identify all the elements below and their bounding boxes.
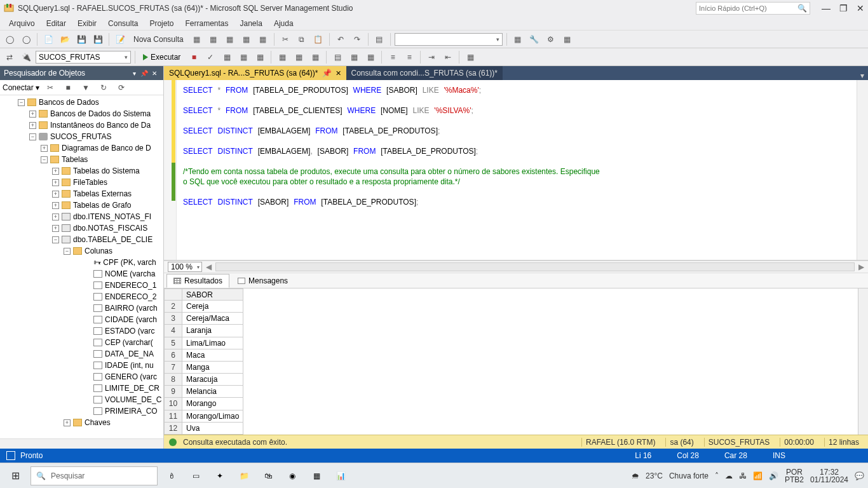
tree-item[interactable]: Bancos de Dados: [39, 98, 99, 107]
pin-icon[interactable]: 📌: [322, 69, 332, 78]
sql-editor[interactable]: SELECT * FROM [TABELA_DE_PRODUTOS] WHERE…: [164, 80, 868, 261]
expand-button[interactable]: +: [41, 145, 48, 152]
expand-button[interactable]: −: [64, 248, 71, 255]
expand-button[interactable]: −: [18, 99, 25, 106]
cell-value[interactable]: Melancia: [182, 386, 243, 398]
specify-values-button[interactable]: ▦: [463, 50, 477, 64]
cell-value[interactable]: Uva: [182, 422, 243, 434]
tree-item[interactable]: dbo.NOTAS_FISCAIS: [73, 224, 147, 233]
taskbar-candle-icon[interactable]: 🕯: [161, 466, 182, 486]
tree-item[interactable]: DATA_DE_NA: [105, 349, 154, 358]
expand-button[interactable]: +: [52, 202, 59, 209]
taskbar-powerbi-icon[interactable]: 📊: [330, 466, 351, 486]
tray-language[interactable]: PORPTB2: [785, 468, 804, 484]
editor-hscroll[interactable]: [215, 262, 855, 271]
menu-projeto[interactable]: Projeto: [144, 18, 179, 29]
menu-exibir[interactable]: Exibir: [72, 18, 102, 29]
nova-consulta-button[interactable]: Nova Consulta: [130, 34, 187, 45]
table-row[interactable]: 8Maracuja: [165, 374, 243, 386]
cell-value[interactable]: Laranja: [182, 325, 243, 337]
paste-button[interactable]: 📋: [311, 32, 325, 46]
stop-button[interactable]: ■: [187, 50, 201, 64]
tree-item[interactable]: SUCOS_FRUTAS: [50, 132, 111, 141]
tray-notifications-icon[interactable]: 💬: [855, 471, 864, 480]
tree-item[interactable]: GENERO (varc: [105, 372, 157, 381]
filter-button[interactable]: ▼: [79, 81, 93, 95]
outdent-button[interactable]: ⇤: [441, 50, 455, 64]
object-tree[interactable]: −Bancos de Dados +Bancos de Dados do Sis…: [0, 95, 163, 438]
tree-item[interactable]: VOLUME_DE_C: [105, 395, 161, 404]
tree-item[interactable]: CEP (varchar(: [105, 338, 153, 347]
menu-ferramentas[interactable]: Ferramentas: [180, 18, 233, 29]
panel-pin-button[interactable]: 📌: [139, 70, 149, 77]
tree-item[interactable]: FileTables: [73, 178, 107, 187]
minimize-button[interactable]: —: [822, 3, 831, 13]
hscroll-left[interactable]: ◀: [206, 262, 212, 271]
tree-item[interactable]: CPF (PK, varch: [103, 258, 156, 267]
tool-button-3[interactable]: ▦: [560, 32, 574, 46]
include-plan-button[interactable]: ▦: [275, 50, 289, 64]
weather-desc[interactable]: Chuva forte: [669, 471, 709, 480]
tree-item[interactable]: Tabelas do Sistema: [73, 166, 140, 175]
tray-volume-icon[interactable]: 🔊: [769, 471, 778, 480]
cell-value[interactable]: Cereja: [182, 301, 243, 313]
tree-item[interactable]: LIMITE_DE_CR: [105, 384, 159, 393]
save-button[interactable]: 💾: [74, 32, 88, 46]
database-dropdown[interactable]: SUCOS_FRUTAS: [36, 51, 131, 64]
cell-value[interactable]: Morango/Limao: [182, 410, 243, 422]
close-button[interactable]: ✕: [857, 3, 864, 13]
maximize-button[interactable]: ❐: [839, 3, 848, 13]
close-tab-button[interactable]: ✕: [336, 69, 341, 78]
quick-launch-box[interactable]: 🔍: [696, 2, 810, 15]
tree-item[interactable]: Chaves: [85, 418, 111, 427]
expand-button[interactable]: +: [29, 111, 36, 118]
save-all-button[interactable]: 💾: [91, 32, 105, 46]
taskbar-chrome-icon[interactable]: ◉: [282, 466, 302, 486]
tree-item[interactable]: Colunas: [85, 247, 112, 255]
change-connection-button[interactable]: ⇄: [3, 50, 17, 64]
table-row[interactable]: 10Morango: [165, 398, 243, 410]
tree-item[interactable]: BAIRRO (varch: [105, 304, 158, 313]
disconnect-button[interactable]: ✂: [43, 81, 57, 95]
tab-resultados[interactable]: Resultados: [166, 274, 229, 288]
code-text[interactable]: SELECT * FROM [TABELA_DE_PRODUTOS] WHERE…: [177, 80, 857, 260]
tree-item[interactable]: IDADE (int, nu: [105, 361, 154, 370]
mdx-query-button[interactable]: ▦: [223, 32, 237, 46]
undo-button[interactable]: ↶: [334, 32, 348, 46]
stop-oe-button[interactable]: ■: [61, 81, 75, 95]
tool-button-2[interactable]: ⚙: [544, 32, 558, 46]
results-vscroll[interactable]: [858, 288, 868, 435]
refresh-button[interactable]: ↻: [97, 81, 111, 95]
tree-item[interactable]: Diagramas de Banco de D: [62, 144, 151, 152]
nav-back-button[interactable]: ◯: [3, 32, 17, 46]
start-button[interactable]: ⊞: [4, 466, 27, 486]
tree-item[interactable]: CIDADE (varch: [105, 315, 157, 324]
include-live-button[interactable]: ▦: [308, 50, 322, 64]
oe-more-button[interactable]: ⟳: [114, 81, 128, 95]
tab-consulta-condi[interactable]: Consulta com condi...S_FRUTAS (sa (61))*: [346, 66, 503, 80]
comment-button[interactable]: ≡: [386, 50, 400, 64]
menu-consulta[interactable]: Consulta: [103, 18, 143, 29]
tool-button-1[interactable]: 🔧: [527, 32, 541, 46]
results-table[interactable]: SABOR 2Cereja3Cereja/Maca4Laranja5Lima/L…: [164, 288, 243, 435]
minimap-scroll[interactable]: [857, 80, 868, 260]
indent-button[interactable]: ⇥: [424, 50, 438, 64]
menu-janela[interactable]: Janela: [235, 18, 268, 29]
tree-item[interactable]: ESTADO (varc: [105, 327, 154, 336]
table-row[interactable]: 7Manga: [165, 361, 243, 373]
executar-button[interactable]: Executar: [139, 51, 184, 63]
cell-value[interactable]: Morango: [182, 398, 243, 410]
tab-mensagens[interactable]: Mensagens: [231, 274, 295, 288]
zoom-dropdown[interactable]: 100 %: [168, 262, 202, 272]
menu-arquivo[interactable]: Arquivo: [4, 18, 40, 29]
cell-value[interactable]: Maracuja: [182, 374, 243, 386]
expand-button[interactable]: −: [41, 156, 48, 163]
tray-onedrive-icon[interactable]: ☁: [725, 471, 733, 480]
table-row[interactable]: 4Laranja: [165, 325, 243, 337]
cell-value[interactable]: Manga: [182, 361, 243, 373]
expand-button[interactable]: +: [52, 168, 59, 175]
display-plan-button[interactable]: ▦: [220, 50, 234, 64]
tray-wifi-icon[interactable]: 📶: [753, 471, 763, 480]
intellisense-button[interactable]: ▦: [253, 50, 267, 64]
include-stats-button[interactable]: ▦: [292, 50, 306, 64]
